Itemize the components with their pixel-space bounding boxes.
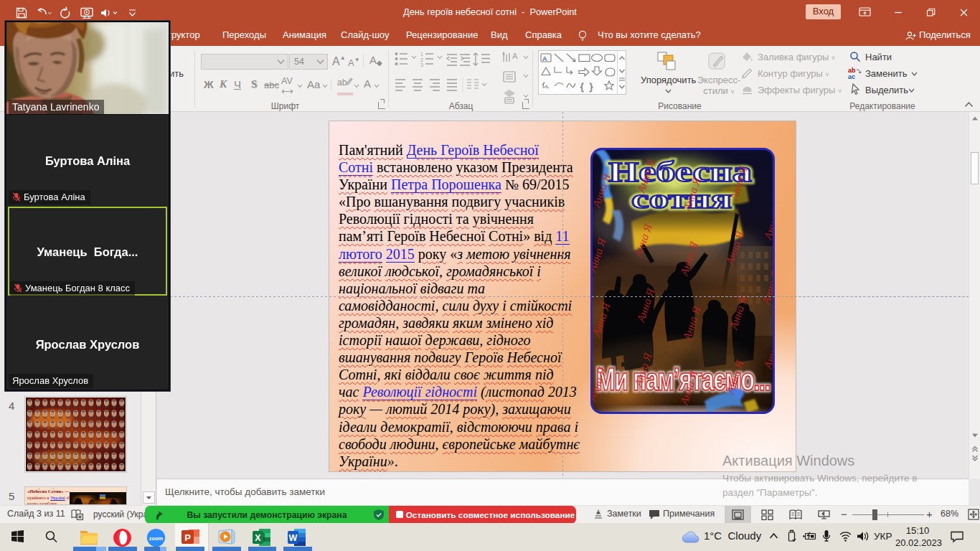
svg-text:A: A: [542, 55, 547, 62]
svg-text:zoom: zoom: [149, 535, 164, 542]
svg-text:{: {: [580, 81, 584, 92]
svg-text:1: 1: [420, 52, 423, 57]
svg-text:А: А: [512, 52, 518, 60]
svg-text:}: }: [590, 81, 593, 92]
svg-text:P: P: [184, 532, 191, 543]
svg-text:3: 3: [420, 62, 423, 67]
svg-text:W: W: [289, 533, 298, 543]
svg-text:X: X: [255, 533, 261, 543]
svg-text:2: 2: [420, 57, 423, 62]
svg-text:ac: ac: [848, 73, 855, 80]
